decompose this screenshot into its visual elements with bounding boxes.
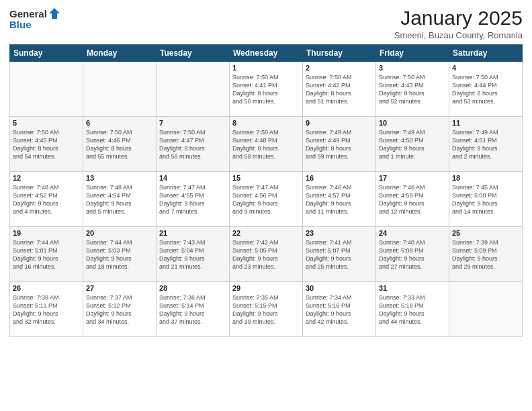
day-number: 25 <box>452 229 519 237</box>
day-info: Sunrise: 7:48 AM Sunset: 4:54 PM Dayligh… <box>86 183 153 216</box>
day-number: 16 <box>306 174 373 182</box>
calendar-cell <box>449 282 523 337</box>
day-info: Sunrise: 7:36 AM Sunset: 5:14 PM Dayligh… <box>159 293 226 326</box>
day-number: 8 <box>232 119 300 127</box>
col-sunday: Sunday <box>10 45 83 62</box>
calendar-week-2: 12Sunrise: 7:48 AM Sunset: 4:52 PM Dayli… <box>10 172 523 227</box>
calendar-cell: 6Sunrise: 7:50 AM Sunset: 4:46 PM Daylig… <box>83 117 157 172</box>
calendar-cell: 17Sunrise: 7:46 AM Sunset: 4:59 PM Dayli… <box>376 172 449 227</box>
calendar-table: Sunday Monday Tuesday Wednesday Thursday… <box>9 44 523 337</box>
day-info: Sunrise: 7:34 AM Sunset: 5:16 PM Dayligh… <box>306 293 373 326</box>
day-number: 19 <box>13 229 80 237</box>
calendar-cell: 23Sunrise: 7:41 AM Sunset: 5:07 PM Dayli… <box>303 227 376 282</box>
calendar-cell: 24Sunrise: 7:40 AM Sunset: 5:08 PM Dayli… <box>376 227 449 282</box>
header: General Blue January 2025 Smeeni, Buzau … <box>9 7 523 40</box>
calendar-cell: 9Sunrise: 7:49 AM Sunset: 4:49 PM Daylig… <box>303 117 376 172</box>
calendar-cell <box>10 62 83 117</box>
calendar-cell: 3Sunrise: 7:50 AM Sunset: 4:43 PM Daylig… <box>376 62 449 117</box>
day-info: Sunrise: 7:43 AM Sunset: 5:04 PM Dayligh… <box>159 238 226 271</box>
day-number: 26 <box>13 284 80 292</box>
calendar-cell: 8Sunrise: 7:50 AM Sunset: 4:48 PM Daylig… <box>230 117 303 172</box>
calendar-cell: 11Sunrise: 7:49 AM Sunset: 4:51 PM Dayli… <box>449 117 523 172</box>
day-number: 29 <box>232 284 300 292</box>
day-info: Sunrise: 7:50 AM Sunset: 4:41 PM Dayligh… <box>232 73 300 106</box>
calendar-cell: 14Sunrise: 7:47 AM Sunset: 4:55 PM Dayli… <box>157 172 230 227</box>
calendar-cell: 30Sunrise: 7:34 AM Sunset: 5:16 PM Dayli… <box>303 282 376 337</box>
day-info: Sunrise: 7:46 AM Sunset: 4:59 PM Dayligh… <box>379 183 446 216</box>
day-number: 27 <box>86 284 153 292</box>
day-number: 23 <box>306 229 373 237</box>
day-number: 7 <box>159 119 226 127</box>
day-number: 14 <box>159 174 226 182</box>
day-info: Sunrise: 7:41 AM Sunset: 5:07 PM Dayligh… <box>306 238 373 271</box>
day-number: 31 <box>379 284 446 292</box>
calendar-cell: 31Sunrise: 7:33 AM Sunset: 5:18 PM Dayli… <box>376 282 449 337</box>
day-info: Sunrise: 7:33 AM Sunset: 5:18 PM Dayligh… <box>379 293 446 326</box>
calendar-cell: 26Sunrise: 7:38 AM Sunset: 5:11 PM Dayli… <box>10 282 83 337</box>
day-number: 24 <box>379 229 446 237</box>
day-number: 10 <box>379 119 446 127</box>
calendar-cell: 16Sunrise: 7:46 AM Sunset: 4:57 PM Dayli… <box>303 172 376 227</box>
calendar-cell: 2Sunrise: 7:50 AM Sunset: 4:42 PM Daylig… <box>303 62 376 117</box>
day-number: 20 <box>86 229 153 237</box>
day-number: 9 <box>306 119 373 127</box>
day-info: Sunrise: 7:50 AM Sunset: 4:48 PM Dayligh… <box>232 128 300 161</box>
col-monday: Monday <box>83 45 157 62</box>
day-info: Sunrise: 7:37 AM Sunset: 5:12 PM Dayligh… <box>86 293 153 326</box>
col-saturday: Saturday <box>449 45 523 62</box>
svg-marker-0 <box>49 8 60 19</box>
day-info: Sunrise: 7:39 AM Sunset: 5:09 PM Dayligh… <box>452 238 519 271</box>
day-info: Sunrise: 7:44 AM Sunset: 5:03 PM Dayligh… <box>86 238 153 271</box>
title-block: January 2025 Smeeni, Buzau County, Roman… <box>394 7 523 40</box>
day-number: 17 <box>379 174 446 182</box>
calendar-cell: 4Sunrise: 7:50 AM Sunset: 4:44 PM Daylig… <box>449 62 523 117</box>
day-info: Sunrise: 7:49 AM Sunset: 4:50 PM Dayligh… <box>379 128 446 161</box>
day-info: Sunrise: 7:49 AM Sunset: 4:51 PM Dayligh… <box>452 128 519 161</box>
day-info: Sunrise: 7:38 AM Sunset: 5:11 PM Dayligh… <box>13 293 80 326</box>
day-info: Sunrise: 7:50 AM Sunset: 4:44 PM Dayligh… <box>452 73 519 106</box>
calendar-cell: 21Sunrise: 7:43 AM Sunset: 5:04 PM Dayli… <box>157 227 230 282</box>
day-number: 6 <box>86 119 153 127</box>
day-number: 5 <box>13 119 80 127</box>
calendar-cell: 15Sunrise: 7:47 AM Sunset: 4:56 PM Dayli… <box>230 172 303 227</box>
logo-blue-text: Blue <box>9 19 32 30</box>
calendar-cell: 7Sunrise: 7:50 AM Sunset: 4:47 PM Daylig… <box>157 117 230 172</box>
location-subtitle: Smeeni, Buzau County, Romania <box>394 30 523 40</box>
day-number: 11 <box>452 119 519 127</box>
day-info: Sunrise: 7:40 AM Sunset: 5:08 PM Dayligh… <box>379 238 446 271</box>
day-number: 13 <box>86 174 153 182</box>
day-info: Sunrise: 7:45 AM Sunset: 5:00 PM Dayligh… <box>452 183 519 216</box>
calendar-week-3: 19Sunrise: 7:44 AM Sunset: 5:01 PM Dayli… <box>10 227 523 282</box>
day-info: Sunrise: 7:48 AM Sunset: 4:52 PM Dayligh… <box>13 183 80 216</box>
calendar-cell: 19Sunrise: 7:44 AM Sunset: 5:01 PM Dayli… <box>10 227 83 282</box>
calendar-cell <box>83 62 157 117</box>
day-info: Sunrise: 7:50 AM Sunset: 4:42 PM Dayligh… <box>306 73 373 106</box>
calendar-week-0: 1Sunrise: 7:50 AM Sunset: 4:41 PM Daylig… <box>10 62 523 117</box>
calendar-cell: 27Sunrise: 7:37 AM Sunset: 5:12 PM Dayli… <box>83 282 157 337</box>
logo-icon <box>48 7 61 20</box>
day-info: Sunrise: 7:35 AM Sunset: 5:15 PM Dayligh… <box>232 293 300 326</box>
day-info: Sunrise: 7:49 AM Sunset: 4:49 PM Dayligh… <box>306 128 373 161</box>
day-number: 4 <box>452 64 519 72</box>
col-thursday: Thursday <box>303 45 376 62</box>
day-info: Sunrise: 7:50 AM Sunset: 4:47 PM Dayligh… <box>159 128 226 161</box>
day-number: 12 <box>13 174 80 182</box>
calendar-cell: 13Sunrise: 7:48 AM Sunset: 4:54 PM Dayli… <box>83 172 157 227</box>
day-number: 15 <box>232 174 300 182</box>
calendar-cell: 28Sunrise: 7:36 AM Sunset: 5:14 PM Dayli… <box>157 282 230 337</box>
day-info: Sunrise: 7:42 AM Sunset: 5:05 PM Dayligh… <box>232 238 300 271</box>
day-number: 2 <box>306 64 373 72</box>
day-number: 21 <box>159 229 226 237</box>
day-number: 22 <box>232 229 300 237</box>
day-info: Sunrise: 7:44 AM Sunset: 5:01 PM Dayligh… <box>13 238 80 271</box>
calendar-cell: 29Sunrise: 7:35 AM Sunset: 5:15 PM Dayli… <box>230 282 303 337</box>
day-info: Sunrise: 7:47 AM Sunset: 4:56 PM Dayligh… <box>232 183 300 216</box>
calendar-container: General Blue January 2025 Smeeni, Buzau … <box>0 0 532 341</box>
calendar-week-1: 5Sunrise: 7:50 AM Sunset: 4:45 PM Daylig… <box>10 117 523 172</box>
day-info: Sunrise: 7:50 AM Sunset: 4:43 PM Dayligh… <box>379 73 446 106</box>
calendar-cell: 25Sunrise: 7:39 AM Sunset: 5:09 PM Dayli… <box>449 227 523 282</box>
day-info: Sunrise: 7:46 AM Sunset: 4:57 PM Dayligh… <box>306 183 373 216</box>
col-friday: Friday <box>376 45 449 62</box>
calendar-cell: 1Sunrise: 7:50 AM Sunset: 4:41 PM Daylig… <box>230 62 303 117</box>
calendar-body: 1Sunrise: 7:50 AM Sunset: 4:41 PM Daylig… <box>10 62 523 337</box>
